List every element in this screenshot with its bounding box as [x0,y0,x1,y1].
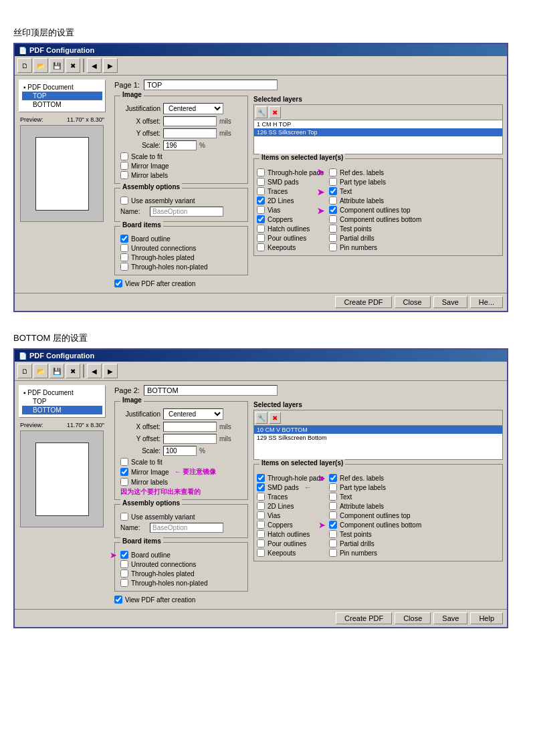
create-pdf-btn-bottom[interactable]: Create PDF [336,612,392,624]
through-plated-top[interactable] [120,253,128,261]
keepouts-bottom[interactable] [257,549,265,557]
board-outline-top[interactable] [120,235,128,243]
yoffset-input-top[interactable] [163,128,217,138]
tree-item-top-top[interactable]: TOP [22,92,102,100]
through-nonplated-bottom[interactable] [120,579,128,587]
mirror-image-top[interactable] [120,162,128,170]
name-input-bottom[interactable] [150,523,223,533]
view-pdf-bottom[interactable] [114,596,122,604]
layer-row-2-bottom[interactable]: 129 SS Silkscreen Bottom [254,434,502,442]
scale-to-fit-bottom[interactable] [120,458,128,466]
attrib-bottom[interactable] [329,502,337,510]
tree-item-bottom-top[interactable]: TOP [22,397,102,406]
comp-top-top[interactable] [329,206,337,214]
toolbar-save-btn2[interactable]: 💾 [49,364,64,378]
use-assembly-top[interactable] [120,197,128,205]
text-bottom[interactable] [329,493,337,501]
toolbar-new-btn2[interactable]: 🗋 [17,364,32,378]
tree-root-top[interactable]: ▪ PDF Document [22,83,102,92]
partial-drills-bottom[interactable] [329,539,337,547]
2d-lines-bottom[interactable] [257,502,265,510]
part-type-top[interactable] [329,178,337,186]
partial-drills-top[interactable] [329,234,337,242]
hatch-top[interactable] [257,225,265,233]
mirror-labels-bottom[interactable] [120,478,128,486]
toolbar-close-btn[interactable]: ✖ [66,58,80,73]
coppers-bottom[interactable] [257,521,265,529]
layer-add-btn-top[interactable]: 🔧 [255,106,268,118]
thru-pads-top[interactable] [257,168,265,176]
layer-row-1-bottom[interactable]: 10 CM V BOTTOM [254,426,502,434]
toolbar-open-btn2[interactable]: 📂 [33,364,48,378]
tree-item-top-bottom[interactable]: BOTTOM [22,100,102,109]
toolbar-next-btn2[interactable]: ▶ [103,364,118,378]
page-input-top[interactable] [144,80,278,90]
pour-bottom[interactable] [257,539,265,547]
ref-des-bottom[interactable] [329,474,337,482]
keepouts-top[interactable] [257,243,265,251]
yoffset-input-bottom[interactable] [163,434,217,444]
scale-input-top[interactable] [163,140,197,150]
layer-del-btn-top[interactable]: ✖ [269,106,281,118]
help-btn-top[interactable]: He... [470,296,503,308]
smd-pads-bottom[interactable] [257,483,265,491]
part-type-bottom[interactable] [329,483,337,491]
ref-des-top[interactable] [329,168,337,176]
pin-nums-top[interactable] [329,243,337,251]
comp-bottom-bottom[interactable] [329,521,337,529]
mirror-image-bottom[interactable] [120,468,128,476]
layer-del-btn-bottom[interactable]: ✖ [269,412,281,424]
unrouted-top[interactable] [120,244,128,252]
hatch-bottom[interactable] [257,530,265,538]
unrouted-bottom[interactable] [120,560,128,568]
layer-row-1-top[interactable]: 1 CM H TOP [254,120,502,128]
comp-top-bottom[interactable] [329,511,337,519]
vias-top[interactable] [257,206,265,214]
2d-lines-top[interactable] [257,197,265,205]
pour-top[interactable] [257,234,265,242]
coppers-top[interactable] [257,215,265,223]
scale-to-fit-top[interactable] [120,152,128,160]
toolbar-save-btn[interactable]: 💾 [49,58,64,73]
mirror-labels-top[interactable] [120,171,128,179]
just-select-bottom[interactable]: Centered [163,408,223,420]
view-pdf-top[interactable] [114,279,122,287]
xoffset-input-bottom[interactable] [163,422,217,432]
board-outline-bottom[interactable] [120,551,128,559]
xoffset-input-top[interactable] [163,116,217,126]
layer-add-btn-bottom[interactable]: 🔧 [255,412,268,424]
traces-bottom[interactable] [257,493,265,501]
toolbar-prev-btn[interactable]: ◀ [87,58,102,73]
through-nonplated-top[interactable] [120,263,128,271]
close-btn-top[interactable]: Close [395,296,431,308]
traces-top[interactable] [257,187,265,195]
comp-bottom-top[interactable] [329,215,337,223]
save-btn-top[interactable]: Save [433,296,467,308]
use-assembly-bottom[interactable] [120,513,128,521]
toolbar-open-btn[interactable]: 📂 [33,58,48,73]
layer-row-2-top[interactable]: 126 SS Silkscreen Top [254,128,502,136]
close-btn-bottom[interactable]: Close [395,612,431,624]
text-top[interactable] [329,187,337,195]
attrib-top[interactable] [329,197,337,205]
toolbar-close-btn2[interactable]: ✖ [66,364,80,378]
page-input-bottom[interactable] [144,385,278,396]
smd-pads-top[interactable] [257,178,265,186]
create-pdf-btn-top[interactable]: Create PDF [335,296,391,308]
through-plated-bottom[interactable] [120,570,128,578]
toolbar-prev-btn2[interactable]: ◀ [87,364,102,378]
vias-bottom[interactable] [257,511,265,519]
pin-nums-bottom[interactable] [329,549,337,557]
toolbar-new-btn[interactable]: 🗋 [17,58,32,73]
just-select-top[interactable]: Centered [163,103,223,114]
thru-pads-bottom[interactable] [257,474,265,482]
tree-item-bottom-bottom[interactable]: BOTTOM [22,406,102,414]
save-btn-bottom[interactable]: Save [433,612,467,624]
scale-input-bottom[interactable] [163,446,197,456]
test-pts-top[interactable] [329,225,337,233]
tree-root-bottom[interactable]: ▪ PDF Document [22,388,102,397]
test-pts-bottom[interactable] [329,530,337,538]
name-input-top[interactable] [150,207,223,217]
toolbar-next-btn[interactable]: ▶ [103,58,118,73]
help-btn-bottom[interactable]: Help [470,612,503,624]
